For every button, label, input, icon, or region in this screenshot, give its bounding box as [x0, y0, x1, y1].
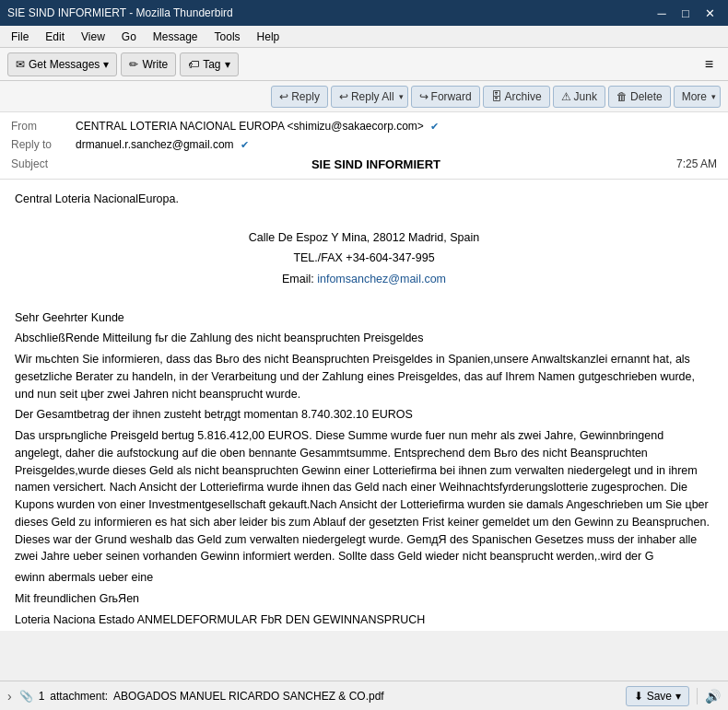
line-loteria: Loteria Naciona Estado ANMELDEFORMULAR F… [15, 611, 713, 629]
junk-label: Junk [574, 90, 597, 103]
subject-row: Subject SIE SIND INFORMIERT 7:25 AM [11, 155, 717, 173]
envelope-icon: ✉ [16, 58, 25, 71]
save-attachment-button[interactable]: ⬇ Save ▾ [626, 686, 689, 706]
close-button[interactable]: ✕ [699, 4, 721, 22]
email-body: Central Loteria NacionalEuropa. Calle De… [0, 180, 728, 631]
email-header: From CENTRAL LOTERIA NACIONAL EUROPA <sh… [0, 112, 728, 180]
reply-to-label: Reply to [11, 138, 76, 151]
archive-button[interactable]: 🗄 Archive [483, 86, 550, 108]
reply-all-button[interactable]: ↩ Reply All ▾ [331, 86, 408, 108]
titlebar: SIE SIND INFORMIERT - Mozilla Thunderbir… [0, 0, 728, 26]
write-button[interactable]: ✏ Write [121, 52, 176, 76]
email-link[interactable]: infomsanchez@mail.com [317, 273, 446, 285]
from-row: From CENTRAL LOTERIA NACIONAL EUROPA <sh… [11, 118, 717, 136]
titlebar-title: SIE SIND INFORMIERT - Mozilla Thunderbir… [7, 6, 233, 19]
body-address3: Email: infomsanchez@mail.com [15, 271, 713, 288]
statusbar-divider [697, 688, 698, 704]
hamburger-menu-button[interactable]: ≡ [698, 52, 721, 76]
forward-icon: ↪ [419, 90, 429, 103]
forward-label: Forward [431, 90, 472, 103]
tag-dropdown-arrow[interactable]: ▾ [225, 58, 230, 71]
reply-all-icon: ↩ [339, 90, 348, 103]
more-dropdown-arrow[interactable]: ▾ [711, 92, 716, 101]
subject-label: Subject [11, 157, 76, 170]
reply-icon: ↩ [279, 90, 288, 103]
trash-icon: 🗑 [616, 90, 628, 103]
save-label: Save [647, 690, 672, 703]
attachment-label: attachment: [50, 690, 108, 703]
junk-icon: ⚠ [561, 90, 571, 103]
save-dropdown-arrow[interactable]: ▾ [675, 690, 681, 703]
junk-button[interactable]: ⚠ Junk [553, 86, 605, 108]
reply-button[interactable]: ↩ Reply [271, 86, 328, 108]
reply-all-label: Reply All [351, 90, 394, 103]
reply-to-value: drmanuel.r.sanchez@gmail.com ✔ [76, 138, 249, 151]
menubar: File Edit View Go Message Tools Help [0, 26, 728, 48]
delete-button[interactable]: 🗑 Delete [608, 86, 671, 108]
reply-all-dropdown-arrow[interactable]: ▾ [399, 92, 404, 101]
pencil-icon: ✏ [129, 58, 138, 71]
action-toolbar: ↩ Reply ↩ Reply All ▾ ↪ Forward 🗄 Archiv… [0, 81, 728, 112]
titlebar-controls: ─ □ ✕ [651, 4, 721, 22]
archive-label: Archive [505, 90, 542, 103]
time-value: 7:25 AM [676, 157, 717, 170]
attachment-icon: 📎 [19, 690, 33, 703]
para2-intro: Der Gesamtbetrag der ihnen zusteht betrд… [15, 406, 713, 424]
menu-message[interactable]: Message [146, 29, 205, 45]
archive-icon: 🗄 [491, 90, 502, 103]
subject-value: SIE SIND INFORMIERT [311, 157, 440, 171]
attachment-name[interactable]: ABOGADOS MANUEL RICARDO SANCHEZ & CO.pdf [113, 690, 384, 703]
line-mfg: Mit freundlichen GrьЯen [15, 590, 713, 608]
menu-help[interactable]: Help [250, 29, 288, 45]
more-label: More [682, 90, 707, 103]
more-button[interactable]: More ▾ [674, 86, 721, 108]
forward-button[interactable]: ↪ Forward [411, 86, 480, 108]
para2: Das ursprьngliche Preisgeld bertug 5.816… [15, 427, 713, 565]
maximize-button[interactable]: □ [675, 4, 697, 22]
attachment-item: 📎 1 attachment: ABOGADOS MANUEL RICARDO … [19, 690, 618, 703]
sound-icon: 🔊 [705, 689, 721, 704]
reply-to-row: Reply to drmanuel.r.sanchez@gmail.com ✔ [11, 136, 717, 155]
tag-icon: 🏷 [188, 58, 199, 71]
get-messages-label: Get Messages [29, 58, 100, 71]
para1-title: AbschließRende Mitteilung fьr die Zahlun… [15, 330, 713, 347]
line-ewinn: ewinn abermals ueber eine [15, 569, 713, 587]
menu-file[interactable]: File [4, 29, 36, 45]
reply-label: Reply [291, 90, 320, 103]
download-icon: ⬇ [634, 690, 643, 703]
delete-label: Delete [630, 90, 663, 103]
write-label: Write [142, 58, 168, 71]
body-line1: Central Loteria NacionalEuropa. [15, 191, 713, 208]
menu-edit[interactable]: Edit [38, 29, 72, 45]
menu-view[interactable]: View [74, 29, 112, 45]
tag-label: Tag [203, 58, 220, 71]
body-address2: TEL./FAX +34-604-347-995 [15, 250, 713, 267]
tag-button[interactable]: 🏷 Tag ▾ [180, 52, 238, 76]
from-value: CENTRAL LOTERIA NACIONAL EUROPA <shimizu… [76, 120, 439, 133]
main-toolbar: ✉ Get Messages ▾ ✏ Write 🏷 Tag ▾ ≡ [0, 48, 728, 81]
from-label: From [11, 120, 76, 133]
menu-tools[interactable]: Tools [207, 29, 248, 45]
menu-go[interactable]: Go [114, 29, 144, 45]
verify-icon: ✔ [430, 121, 439, 132]
app-title: SIE SIND INFORMIERT - Mozilla Thunderbir… [7, 6, 233, 19]
body-address1: Calle De Espoz Y Mina, 28012 Madrid, Spa… [15, 229, 713, 247]
minimize-button[interactable]: ─ [651, 4, 673, 22]
expand-button[interactable]: › [7, 689, 12, 704]
get-messages-dropdown-arrow[interactable]: ▾ [103, 58, 109, 71]
para1: Wir mьchten Sie informieren, dass das Bь… [15, 351, 713, 402]
greeting: Sehr Geehrter Kunde [15, 309, 713, 327]
attachment-count: 1 [39, 690, 45, 703]
get-messages-button[interactable]: ✉ Get Messages ▾ [7, 52, 117, 76]
reply-verify-icon: ✔ [241, 139, 249, 150]
statusbar: › 📎 1 attachment: ABOGADOS MANUEL RICARD… [0, 681, 728, 710]
